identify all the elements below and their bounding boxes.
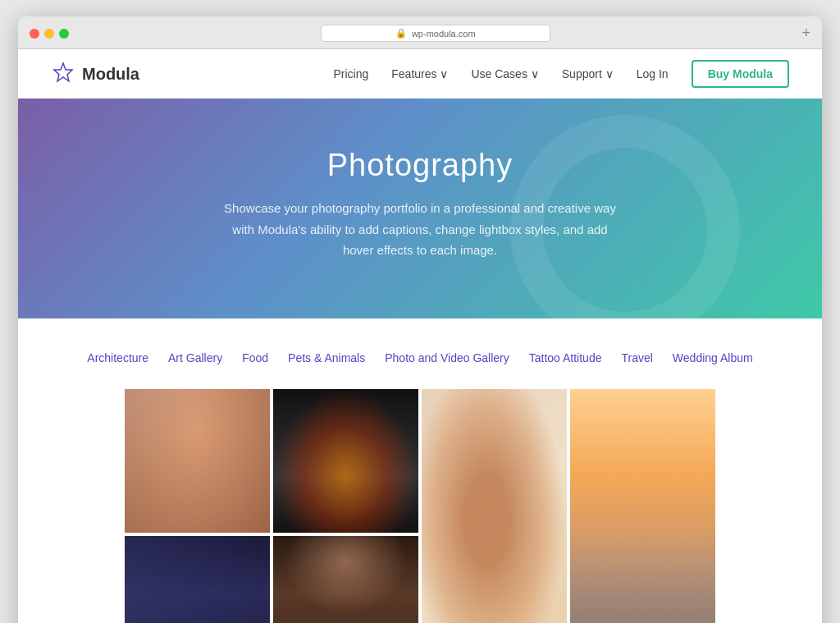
hero-section: Photography Showcase your photography po… — [18, 98, 822, 318]
photo-fire — [273, 389, 418, 533]
buy-button[interactable]: Buy Modula — [692, 60, 789, 88]
close-button[interactable] — [30, 29, 39, 39]
photo-cell-1[interactable] — [125, 389, 270, 533]
traffic-lights — [30, 29, 69, 39]
nav-item-login[interactable]: Log In — [637, 66, 669, 81]
nav-link-usecases[interactable]: Use Cases ∨ — [471, 67, 538, 80]
filter-tattoo[interactable]: Tattoo Attitude — [529, 351, 602, 364]
photo-beach — [570, 389, 715, 624]
nav-link-support[interactable]: Support ∨ — [562, 67, 614, 80]
minimize-button[interactable] — [44, 29, 54, 39]
gallery-section: Architecture Art Gallery Food Pets & Ani… — [18, 318, 822, 624]
navbar: Modula Pricing Features ∨ Use Cases ∨ Su… — [18, 49, 822, 98]
photo-street — [125, 536, 270, 624]
filter-pets-animals[interactable]: Pets & Animals — [288, 351, 365, 364]
photo-cell-6[interactable] — [273, 536, 418, 624]
nav-item-features[interactable]: Features ∨ — [391, 66, 448, 81]
new-tab-button[interactable]: + — [801, 25, 810, 42]
nav-item-support[interactable]: Support ∨ — [562, 66, 614, 81]
logo-icon — [51, 62, 75, 86]
logo-text: Modula — [82, 65, 139, 84]
maximize-button[interactable] — [59, 29, 69, 39]
nav-link-login[interactable]: Log In — [637, 67, 669, 80]
photo-woman — [125, 389, 270, 533]
url-text: wp-modula.com — [412, 29, 476, 39]
photo-cell-3[interactable] — [422, 389, 567, 624]
photo-grid — [125, 389, 715, 624]
filter-architecture[interactable]: Architecture — [87, 351, 148, 364]
photo-cell-5[interactable] — [125, 536, 270, 624]
nav-item-usecases[interactable]: Use Cases ∨ — [471, 66, 538, 81]
photo-portrait — [273, 536, 418, 624]
url-bar[interactable]: 🔒 wp-modula.com — [321, 25, 550, 42]
hero-description: Showcase your photography portfolio in a… — [223, 198, 617, 261]
nav-link-pricing[interactable]: Pricing — [333, 67, 368, 80]
lock-icon: 🔒 — [395, 28, 407, 39]
gallery-filter: Architecture Art Gallery Food Pets & Ani… — [43, 351, 797, 364]
nav-item-buy[interactable]: Buy Modula — [692, 60, 789, 88]
filter-wedding[interactable]: Wedding Album — [673, 351, 753, 364]
nav-link-features[interactable]: Features ∨ — [391, 67, 448, 80]
nav-item-pricing[interactable]: Pricing — [333, 66, 368, 81]
browser-chrome: 🔒 wp-modula.com + — [18, 16, 822, 49]
logo[interactable]: Modula — [51, 62, 139, 86]
photo-cell-4[interactable] — [570, 389, 715, 624]
filter-photo-video[interactable]: Photo and Video Gallery — [385, 351, 509, 364]
nav-links: Pricing Features ∨ Use Cases ∨ Support ∨… — [333, 60, 789, 88]
photo-donut — [422, 389, 567, 624]
hero-title: Photography — [51, 148, 789, 183]
browser-window: 🔒 wp-modula.com + Modula Pricing Feature… — [18, 16, 822, 623]
filter-food[interactable]: Food — [242, 351, 268, 364]
photo-cell-2[interactable] — [273, 389, 418, 533]
filter-travel[interactable]: Travel — [621, 351, 652, 364]
address-bar: 🔒 wp-modula.com — [77, 25, 793, 42]
svg-marker-0 — [54, 63, 72, 81]
filter-art-gallery[interactable]: Art Gallery — [168, 351, 222, 364]
